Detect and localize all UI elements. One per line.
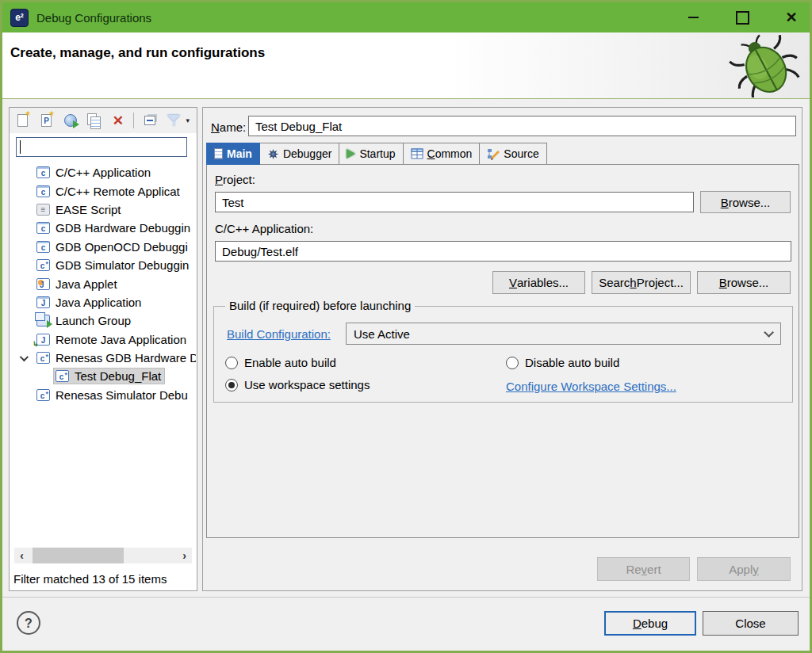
c-star-icon xyxy=(36,389,50,401)
application-label: C/C++ Application: xyxy=(215,222,313,235)
disable-auto-build-radio[interactable]: Disable auto build xyxy=(506,356,619,369)
application-browse-button[interactable]: Browse... xyxy=(697,271,791,294)
project-browse-button[interactable]: Browse... xyxy=(700,191,791,213)
collapse-all-icon[interactable] xyxy=(141,112,158,129)
name-label: Name: xyxy=(211,120,246,134)
configuration-tree: C/C++ ApplicationC/C++ Remote ApplicatEA… xyxy=(10,163,196,521)
enable-auto-build-label: Enable auto build xyxy=(244,356,336,369)
scroll-left-icon[interactable]: ‹ xyxy=(14,549,29,562)
disable-auto-build-label: Disable auto build xyxy=(525,356,619,369)
tree-item[interactable]: Remote Java Application xyxy=(10,330,196,349)
text-caret xyxy=(20,140,21,154)
project-label: Project: xyxy=(215,173,255,186)
debug-button[interactable]: Debug xyxy=(604,611,696,636)
toolbar-separator xyxy=(133,113,134,128)
bug-image xyxy=(727,32,800,97)
name-input[interactable]: Test Debug_Flat xyxy=(248,116,796,136)
build-group-title: Build (if required) before launching xyxy=(225,299,415,312)
tab-startup[interactable]: Startup xyxy=(339,143,403,165)
delete-launch-configuration-icon[interactable]: ✕ xyxy=(109,112,126,129)
configure-workspace-settings-link[interactable]: Configure Workspace Settings... xyxy=(506,380,676,393)
main-tab-content: Project: Test Browse... C/C++ Applicatio… xyxy=(206,164,799,538)
tree-item[interactable]: GDB Hardware Debuggin xyxy=(10,219,196,237)
horizontal-scrollbar[interactable]: ‹ › xyxy=(14,548,192,563)
tree-item-label: Launch Group xyxy=(56,314,131,327)
dialog-header-title: Create, manage, and run configurations xyxy=(10,45,265,61)
build-configuration-link[interactable]: Build Configuration: xyxy=(227,327,331,341)
sidebar-toolbar: ✕ ▾ xyxy=(10,108,197,133)
enable-auto-build-radio[interactable]: Enable auto build xyxy=(225,356,336,369)
scrollbar-thumb[interactable] xyxy=(33,548,124,563)
close-icon[interactable]: ✕ xyxy=(781,7,802,28)
dialog-header: Create, manage, and run configurations xyxy=(2,32,810,99)
tab-main[interactable]: Main xyxy=(206,143,260,165)
maximize-icon[interactable] xyxy=(732,7,753,28)
tree-item[interactable]: Java Applet xyxy=(10,274,196,292)
tree-item-label: C/C++ Application xyxy=(56,166,151,179)
c-application-icon xyxy=(36,241,50,253)
new-launch-configuration-prototype-icon[interactable] xyxy=(38,112,55,129)
tree-item[interactable]: EASE Script xyxy=(10,200,196,219)
c-star-icon xyxy=(36,259,50,271)
tree-item[interactable]: Renesas Simulator Debu xyxy=(10,386,196,404)
revert-button[interactable]: Revert xyxy=(597,557,690,581)
tree-item[interactable]: Renesas GDB Hardware D xyxy=(10,349,196,367)
filter-input[interactable] xyxy=(16,137,187,157)
tree-item-label: C/C++ Remote Applicat xyxy=(56,185,180,198)
tab-debugger[interactable]: Debugger xyxy=(259,143,340,165)
tree-item-label: GDB Simulator Debuggin xyxy=(56,258,189,272)
export-launch-configuration-icon[interactable] xyxy=(62,112,79,129)
application-input[interactable]: Debug/Test.elf xyxy=(215,241,791,262)
search-project-button[interactable]: Search Project... xyxy=(592,271,691,294)
configuration-editor: Name: Test Debug_Flat Main Debugger Star… xyxy=(202,107,802,591)
launch-group-icon xyxy=(36,315,50,326)
script-icon xyxy=(36,204,50,216)
tree-item[interactable]: C/C++ Application xyxy=(10,163,196,181)
tab-source[interactable]: Source xyxy=(479,143,546,165)
tree-item-label: Renesas GDB Hardware D xyxy=(56,351,196,365)
tree-item[interactable]: Java Application xyxy=(10,293,196,311)
filter-status-text: Filter matched 13 of 15 items xyxy=(13,572,167,586)
footer-separator xyxy=(2,597,810,598)
tab-source-label: Source xyxy=(504,147,538,160)
tree-item[interactable]: C/C++ Remote Applicat xyxy=(10,181,196,200)
use-workspace-settings-radio[interactable]: Use workspace settings xyxy=(225,378,370,391)
filter-icon[interactable] xyxy=(165,112,182,129)
c-star-icon xyxy=(56,370,69,382)
minimize-icon[interactable] xyxy=(683,7,703,28)
tree-item[interactable]: GDB Simulator Debuggin xyxy=(10,256,196,274)
tab-common[interactable]: Common xyxy=(403,143,481,165)
tree-item[interactable]: Test Debug_Flat xyxy=(10,367,196,385)
c-application-icon xyxy=(36,166,50,178)
apply-button[interactable]: Apply xyxy=(697,557,791,581)
variables-button[interactable]: Variables... xyxy=(492,271,585,294)
radio-selected-icon xyxy=(225,379,238,391)
build-configuration-value: Use Active xyxy=(354,327,410,341)
tree-item[interactable]: Launch Group xyxy=(10,311,196,330)
source-tree-icon xyxy=(487,148,500,160)
use-workspace-settings-label: Use workspace settings xyxy=(244,378,370,391)
build-before-launch-group: Build (if required) before launching Bui… xyxy=(213,306,793,403)
expander-chevron-icon[interactable] xyxy=(20,353,29,361)
scroll-right-icon[interactable]: › xyxy=(177,549,192,562)
window-title: Debug Configurations xyxy=(36,11,151,25)
editor-tabbar: Main Debugger Startup C xyxy=(206,143,547,165)
build-configuration-select[interactable]: Use Active xyxy=(346,323,781,345)
tree-item[interactable]: GDB OpenOCD Debuggi xyxy=(10,238,196,256)
close-button[interactable]: Close xyxy=(703,611,799,636)
configurations-sidebar: ✕ ▾ C/C++ ApplicationC/C++ Remote Applic… xyxy=(9,107,197,591)
radio-icon xyxy=(506,357,519,369)
new-launch-configuration-icon[interactable] xyxy=(14,112,31,129)
debug-configurations-dialog: e² Debug Configurations ✕ Create, manage… xyxy=(0,0,812,653)
tab-startup-label: Startup xyxy=(359,147,395,160)
c-star-icon xyxy=(36,352,50,364)
help-icon[interactable]: ? xyxy=(17,611,40,635)
tree-item-label: Test Debug_Flat xyxy=(75,369,161,383)
c-application-icon xyxy=(36,222,50,234)
radio-icon xyxy=(225,357,238,369)
duplicate-launch-configuration-icon[interactable] xyxy=(86,112,102,129)
filter-dropdown-icon[interactable]: ▾ xyxy=(186,116,192,124)
project-input[interactable]: Test xyxy=(215,192,694,212)
document-icon xyxy=(214,148,223,159)
tree-item-label: GDB OpenOCD Debuggi xyxy=(56,240,188,254)
